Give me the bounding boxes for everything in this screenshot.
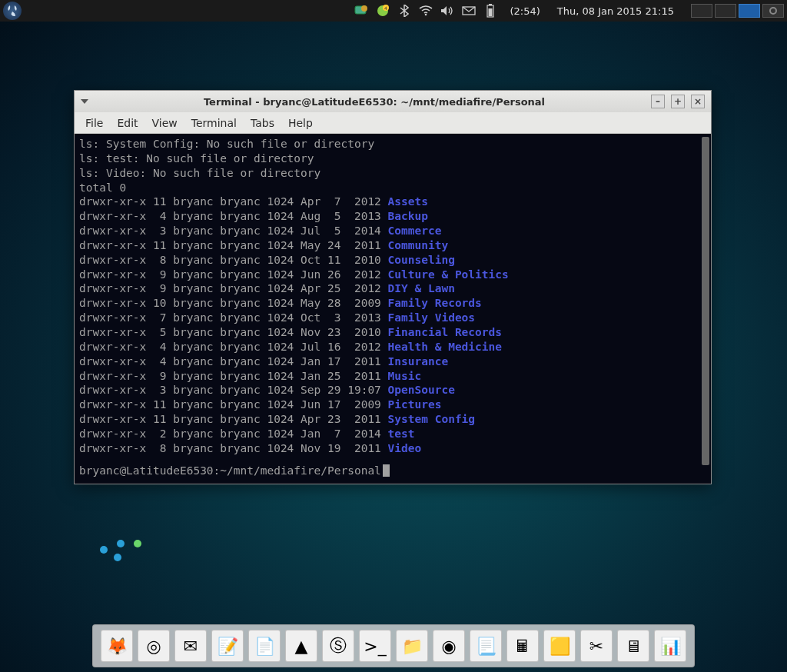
directory-name: DIY & Lawn	[388, 282, 455, 294]
error-line: ls: Video: No such file or directory	[79, 166, 706, 181]
menu-tabs[interactable]: Tabs	[251, 117, 274, 129]
directory-name: Insurance	[388, 355, 449, 368]
workspace-4[interactable]	[762, 4, 784, 18]
minimize-button[interactable]: –	[651, 95, 665, 108]
directory-name: Backup	[388, 210, 428, 222]
text-icon[interactable]: 📃	[470, 630, 502, 662]
cursor	[383, 464, 390, 477]
listing-row: drwxr-xr-x 11 bryanc bryanc 1024 Apr 23 …	[79, 412, 706, 427]
listing-row: drwxr-xr-x 10 bryanc bryanc 1024 May 28 …	[79, 296, 706, 311]
listing-row: drwxr-xr-x 7 bryanc bryanc 1024 Oct 3 20…	[79, 311, 706, 325]
directory-name: Assets	[388, 195, 428, 208]
workspace-switcher[interactable]	[691, 4, 784, 18]
desktop-decoration	[100, 546, 141, 554]
menu-edit[interactable]: Edit	[117, 117, 138, 129]
listing-row: drwxr-xr-x 3 bryanc bryanc 1024 Jul 5 20…	[79, 224, 706, 238]
notes-icon[interactable]: 📄	[248, 630, 281, 662]
workspace-2[interactable]	[715, 4, 736, 18]
svg-point-5	[425, 14, 427, 16]
directory-name: test	[388, 427, 415, 440]
listing-row: drwxr-xr-x 8 bryanc bryanc 1024 Oct 11 2…	[79, 253, 706, 268]
svg-point-1	[361, 5, 367, 12]
listing-row: drwxr-xr-x 4 bryanc bryanc 1024 Aug 5 20…	[79, 209, 706, 224]
menu-help[interactable]: Help	[288, 117, 313, 129]
filemanager-icon[interactable]: 📁	[396, 630, 428, 662]
disk-icon[interactable]: ◉	[433, 630, 465, 662]
top-panel: 4 (2:54) Thu, 08 Jan 2015 21:15	[0, 0, 787, 22]
directory-name: Health & Medicine	[388, 341, 502, 353]
error-line: ls: System Config: No such file or direc…	[79, 137, 706, 151]
directory-name: Pictures	[388, 398, 442, 411]
firefox-icon[interactable]: 🦊	[101, 630, 133, 662]
directory-name: Counseling	[388, 254, 455, 266]
listing-row: drwxr-xr-x 2 bryanc bryanc 1024 Jan 7 20…	[79, 427, 706, 441]
bluetooth-icon[interactable]	[397, 4, 411, 18]
directory-name: Commerce	[388, 225, 442, 237]
editor-icon[interactable]: 📝	[211, 630, 244, 662]
window-menu-caret-icon[interactable]	[81, 99, 88, 104]
directory-name: Financial Records	[388, 326, 502, 338]
calculator-icon[interactable]: 🖩	[506, 630, 539, 662]
listing-row: drwxr-xr-x 11 bryanc bryanc 1024 May 24 …	[79, 238, 706, 253]
terminal-window: Terminal - bryanc@LatitudeE6530: ~/mnt/m…	[74, 90, 712, 484]
directory-name: Family Videos	[388, 311, 476, 324]
vlc-icon[interactable]: ▲	[285, 630, 317, 662]
directory-name: Culture & Politics	[388, 268, 509, 281]
listing-row: drwxr-xr-x 4 bryanc bryanc 1024 Jul 16 2…	[79, 340, 706, 354]
svg-rect-9	[489, 8, 493, 16]
menu-terminal[interactable]: Terminal	[191, 117, 237, 129]
clock-time[interactable]: (2:54)	[505, 5, 544, 17]
svg-text:4: 4	[385, 5, 388, 11]
terminal-body[interactable]: ls: System Config: No such file or direc…	[75, 134, 711, 484]
scrollbar[interactable]	[702, 137, 709, 465]
listing-row: drwxr-xr-x 9 bryanc bryanc 1024 Apr 25 2…	[79, 281, 706, 296]
workspace-3[interactable]	[739, 4, 760, 18]
battery-icon[interactable]	[483, 4, 497, 18]
listing-row: drwxr-xr-x 3 bryanc bryanc 1024 Sep 29 1…	[79, 383, 706, 398]
terminal-icon[interactable]: >_	[359, 630, 391, 662]
menu-file[interactable]: File	[85, 117, 103, 129]
listing-row: drwxr-xr-x 11 bryanc bryanc 1024 Jun 17 …	[79, 398, 706, 412]
error-line: ls: test: No such file or directory	[79, 151, 706, 166]
listing-row: drwxr-xr-x 8 bryanc bryanc 1024 Nov 19 2…	[79, 441, 706, 456]
directory-name: Video	[388, 442, 422, 454]
titlebar[interactable]: Terminal - bryanc@LatitudeE6530: ~/mnt/m…	[75, 91, 711, 112]
applications-menu-icon[interactable]	[3, 2, 22, 20]
messenger-icon[interactable]: 4	[376, 4, 390, 18]
menu-view[interactable]: View	[152, 117, 178, 129]
listing-row: drwxr-xr-x 11 bryanc bryanc 1024 Apr 7 2…	[79, 195, 706, 209]
directory-name: Family Records	[388, 297, 482, 309]
menubar: File Edit View Terminal Tabs Help	[75, 112, 711, 134]
stickynote-icon[interactable]: 🟨	[543, 630, 576, 662]
chromium-icon[interactable]: ◎	[138, 630, 170, 662]
mail-icon[interactable]: ✉	[174, 630, 207, 662]
directory-name: Music	[388, 370, 422, 382]
prompt-line: bryanc@LatitudeE6530:~/mnt/mediafire/Per…	[79, 464, 706, 478]
window-title: Terminal - bryanc@LatitudeE6530: ~/mnt/m…	[98, 96, 651, 108]
directory-name: OpenSource	[388, 384, 455, 396]
listing-row: drwxr-xr-x 9 bryanc bryanc 1024 Jan 25 2…	[79, 369, 706, 384]
listing-row: drwxr-xr-x 5 bryanc bryanc 1024 Nov 23 2…	[79, 325, 706, 340]
mail-indicator-icon[interactable]	[462, 4, 476, 18]
listing-row: drwxr-xr-x 9 bryanc bryanc 1024 Jun 26 2…	[79, 268, 706, 282]
svg-rect-8	[489, 4, 492, 5]
close-button[interactable]: ×	[691, 95, 705, 108]
skype-icon[interactable]: Ⓢ	[322, 630, 354, 662]
display-setting-icon[interactable]	[354, 4, 368, 18]
maximize-button[interactable]: +	[671, 95, 685, 108]
listing-row: drwxr-xr-x 4 bryanc bryanc 1024 Jan 17 2…	[79, 354, 706, 369]
dock: 🦊◎✉📝📄▲Ⓢ>_📁◉📃🖩🟨✂🖥📊	[92, 624, 695, 667]
tools-icon[interactable]: ✂	[580, 630, 613, 662]
directory-name: Community	[388, 239, 449, 251]
volume-icon[interactable]	[440, 4, 454, 18]
monitor-icon[interactable]: 📊	[654, 630, 686, 662]
directory-name: System Config	[388, 413, 476, 425]
clock-date[interactable]: Thu, 08 Jan 2015 21:15	[553, 5, 679, 17]
workspace-1[interactable]	[691, 4, 712, 18]
display-icon[interactable]: 🖥	[617, 630, 649, 662]
total-line: total 0	[79, 181, 706, 195]
wifi-icon[interactable]	[419, 4, 433, 18]
